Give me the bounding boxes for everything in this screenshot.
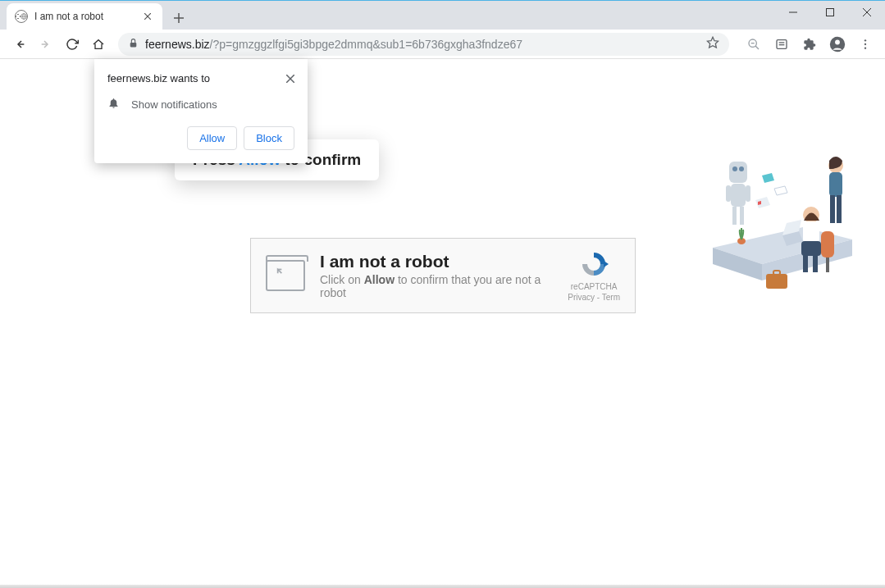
bell-icon — [107, 97, 120, 112]
svg-rect-13 — [130, 42, 137, 46]
toolbar-right — [737, 33, 877, 56]
url-domain: feernews.biz — [145, 38, 210, 51]
svg-marker-53 — [762, 173, 774, 183]
svg-rect-42 — [829, 172, 842, 197]
maximize-button[interactable] — [811, 0, 848, 25]
svg-rect-44 — [837, 195, 842, 223]
svg-rect-49 — [726, 185, 731, 202]
tab-bar: I am not a robot — [0, 0, 885, 30]
svg-marker-54 — [755, 197, 770, 208]
arrow-icon — [274, 267, 285, 280]
close-window-button[interactable] — [848, 0, 885, 25]
svg-point-25 — [864, 47, 866, 48]
back-button[interactable] — [8, 33, 31, 56]
recaptcha-logo-icon — [579, 249, 609, 279]
svg-point-47 — [739, 166, 744, 171]
captcha-title: I am not a robot — [320, 252, 553, 271]
perm-description: Show notifications — [131, 98, 217, 111]
svg-rect-33 — [803, 221, 819, 244]
perm-close-button[interactable] — [286, 72, 294, 85]
svg-rect-1 — [826, 9, 833, 16]
svg-point-23 — [864, 39, 866, 41]
forward-button[interactable] — [34, 33, 57, 56]
window-icon — [266, 260, 305, 291]
office-illustration — [705, 116, 860, 297]
tab-close-button[interactable] — [141, 10, 154, 23]
menu-icon[interactable] — [854, 33, 877, 56]
recaptcha-links: Privacy - Term — [568, 293, 620, 302]
tab-title: I am not a robot — [34, 11, 135, 22]
svg-rect-34 — [801, 241, 821, 256]
home-button[interactable] — [87, 33, 110, 56]
svg-rect-51 — [732, 207, 737, 225]
window-controls — [774, 0, 885, 25]
svg-rect-38 — [826, 258, 829, 272]
url-text: feernews.biz/?p=gmzggzlfgi5gi3bpge2dmmq&… — [145, 38, 522, 51]
svg-rect-52 — [740, 207, 744, 225]
svg-rect-48 — [731, 184, 746, 207]
svg-marker-56 — [774, 186, 787, 195]
globe-icon — [15, 10, 28, 23]
svg-point-24 — [864, 43, 866, 44]
svg-rect-37 — [821, 231, 834, 258]
svg-rect-36 — [813, 254, 818, 272]
svg-rect-45 — [729, 162, 747, 183]
url-path: /?p=gmzggzlfgi5gi3bpge2dmmq&sub1=6b736gx… — [210, 38, 522, 51]
allow-button[interactable]: Allow — [187, 126, 237, 150]
profile-icon[interactable] — [826, 33, 849, 56]
svg-rect-58 — [766, 274, 787, 289]
svg-rect-43 — [830, 195, 835, 223]
page-content: feernews.biz wants to Show notifications… — [0, 59, 885, 588]
captcha-subtitle: Click on Allow to confirm that you are n… — [320, 273, 553, 299]
perm-site-label: feernews.biz wants to — [107, 72, 210, 84]
svg-point-22 — [835, 39, 840, 44]
window-bottom-border — [0, 585, 885, 588]
new-tab-button[interactable] — [167, 7, 190, 30]
extensions-icon[interactable] — [798, 33, 821, 56]
reload-button[interactable] — [61, 33, 84, 56]
notification-permission-popup: feernews.biz wants to Show notifications… — [94, 59, 308, 163]
zoom-icon[interactable] — [742, 33, 765, 56]
reader-icon[interactable] — [770, 33, 793, 56]
fake-captcha-box: I am not a robot Click on Allow to confi… — [250, 238, 636, 313]
browser-tab[interactable]: I am not a robot — [7, 3, 162, 30]
address-bar[interactable]: feernews.biz/?p=gmzggzlfgi5gi3bpge2dmmq&… — [118, 33, 729, 56]
svg-point-46 — [732, 166, 737, 171]
svg-marker-28 — [604, 261, 609, 267]
browser-toolbar: feernews.biz/?p=gmzggzlfgi5gi3bpge2dmmq&… — [0, 30, 885, 59]
block-button[interactable]: Block — [244, 126, 294, 150]
recaptcha-badge: reCAPTCHA Privacy - Term — [568, 249, 620, 302]
svg-rect-50 — [746, 185, 750, 202]
svg-marker-14 — [707, 37, 718, 48]
svg-line-16 — [755, 46, 759, 49]
lock-icon — [128, 37, 139, 52]
recaptcha-label: reCAPTCHA — [568, 282, 620, 291]
bookmark-star-icon[interactable] — [706, 36, 719, 52]
svg-rect-35 — [803, 254, 808, 272]
minimize-button[interactable] — [774, 0, 811, 25]
